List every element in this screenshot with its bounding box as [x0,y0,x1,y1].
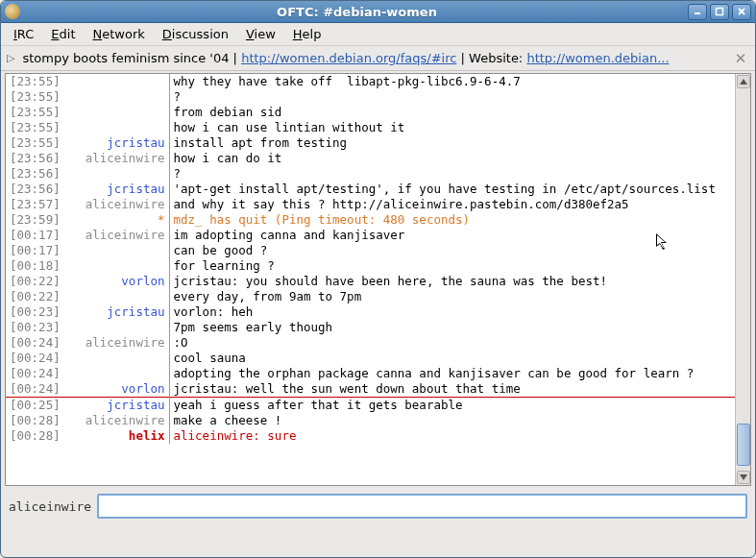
message-text: mdz_ has quit (Ping timeout: 480 seconds… [169,212,735,228]
chat-line: [00:24]adopting the orphan package canna… [6,366,735,381]
chat-line: [00:22]every day, from 9am to 7pm [6,289,735,304]
nick [63,120,169,135]
chat-line: [00:24]aliceinwire:O [6,335,735,351]
nick: aliceinwire [63,151,169,166]
nick: aliceinwire [63,197,169,212]
chat-line: [23:55]jcristauinstall apt from testing [6,135,735,151]
timestamp: [23:55] [6,74,63,89]
nick: aliceinwire [63,335,169,351]
chat-scroll[interactable]: [23:55]why they have take off libapt-pkg… [6,74,735,485]
message-text: how i can do it [169,151,735,166]
message-text: for learning ? [169,258,735,274]
timestamp: [23:56] [6,151,63,166]
message-text: 'apt-get install apt/testing', if you ha… [169,182,735,197]
chat-line: [00:18]for learning ? [6,258,735,274]
timestamp: [23:55] [6,120,63,135]
timestamp: [00:18] [6,258,63,274]
chat-line: [23:55]how i can use lintian without it [6,120,735,135]
chat-line: [23:56]jcristau'apt-get install apt/test… [6,182,735,197]
message-text: cool sauna [169,351,735,366]
chat-log: [23:55]why they have take off libapt-pkg… [6,74,735,444]
nick [63,89,169,105]
menu-view[interactable]: View [239,25,282,43]
timestamp: [00:24] [6,335,63,351]
nick: helix [63,428,169,444]
timestamp: [00:28] [6,428,63,444]
timestamp: [23:55] [6,89,63,105]
chat-line: [23:56]aliceinwirehow i can do it [6,151,735,166]
nick [63,320,169,335]
menu-edit[interactable]: Edit [44,25,82,43]
chat-line: [23:59]*mdz_ has quit (Ping timeout: 480… [6,212,735,228]
scrollbar-thumb[interactable] [737,424,750,466]
chat-line: [00:28]aliceinwiremake a cheese ! [6,413,735,428]
chat-line: [00:23]jcristauvorlon: heh [6,304,735,320]
nick: vorlon [63,381,169,398]
timestamp: [23:59] [6,212,63,228]
chat-line: [00:17]aliceinwireim adopting canna and … [6,228,735,243]
window-titlebar: OFTC: #debian-women [1,1,755,23]
timestamp: [00:23] [6,320,63,335]
menu-discussion[interactable]: Discussion [156,25,235,43]
message-text: adopting the orphan package canna and ka… [169,366,735,381]
menu-network[interactable]: Network [86,25,152,43]
nick: jcristau [63,398,169,414]
chat-line: [00:22]vorlonjcristau: you should have b… [6,274,735,289]
topic-link-website[interactable]: http://women.debian... [526,51,669,65]
message-text: im adopting canna and kanjisaver [169,228,735,243]
message-text: can be good ? [169,243,735,258]
topic-link-faq[interactable]: http://women.debian.org/faqs/#irc [241,51,456,65]
message-input[interactable] [97,494,747,519]
timestamp: [23:56] [6,182,63,197]
timestamp: [00:23] [6,304,63,320]
message-text: ? [169,166,735,182]
scrollbar-track[interactable] [737,89,750,470]
nick [63,243,169,258]
close-tab-icon[interactable]: ✕ [732,50,749,67]
nick: aliceinwire [63,413,169,428]
message-text: why they have take off libapt-pkg-libc6.… [169,74,735,89]
maximize-button[interactable] [710,4,729,20]
nick [63,366,169,381]
scroll-up-button[interactable] [737,75,750,88]
menu-help[interactable]: Help [286,25,329,43]
svg-rect-1 [717,9,723,15]
scroll-down-button[interactable] [737,471,750,484]
timestamp: [23:56] [6,166,63,182]
timestamp: [00:28] [6,413,63,428]
chat-line: [00:17]can be good ? [6,243,735,258]
message-text: :O [169,335,735,351]
chat-line: [23:55]why they have take off libapt-pkg… [6,74,735,89]
menubar: IRC Edit Network Discussion View Help [1,23,755,46]
nick [63,105,169,120]
nick: jcristau [63,304,169,320]
message-text: from debian sid [169,105,735,120]
chat-line: [23:57]aliceinwireand why it say this ? … [6,197,735,212]
chat-line: [23:55]? [6,89,735,105]
timestamp: [23:55] [6,105,63,120]
channel-topic: stompy boots feminism since '04 | http:/… [22,51,724,65]
message-text: yeah i guess after that it gets bearable [169,398,735,414]
message-text: install apt from testing [169,135,735,151]
chat-line: [00:25]jcristauyeah i guess after that i… [6,398,735,414]
topic-bar: ▷ stompy boots feminism since '04 | http… [1,46,755,71]
minimize-button[interactable] [688,4,707,20]
timestamp: [00:17] [6,243,63,258]
timestamp: [00:24] [6,381,63,398]
input-bar: aliceinwire [1,488,755,526]
window-title: OFTC: #debian-women [26,5,688,19]
expand-icon[interactable]: ▷ [7,52,14,64]
nick: * [63,212,169,228]
timestamp: [00:17] [6,228,63,243]
vertical-scrollbar[interactable] [735,74,750,485]
nick: jcristau [63,135,169,151]
menu-irc[interactable]: IRC [7,25,40,43]
close-button[interactable] [732,4,751,20]
timestamp: [00:22] [6,289,63,304]
nick [63,166,169,182]
timestamp: [00:24] [6,366,63,381]
nick [63,74,169,89]
app-icon [5,4,20,19]
nick: jcristau [63,182,169,197]
chat-line: [23:56]? [6,166,735,182]
